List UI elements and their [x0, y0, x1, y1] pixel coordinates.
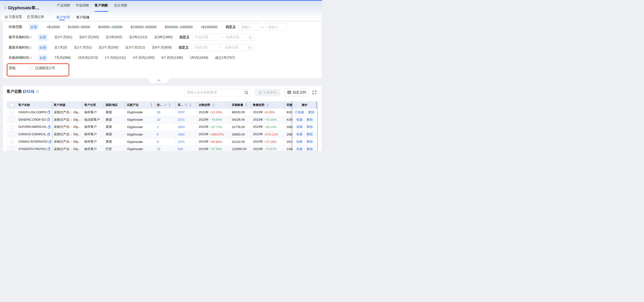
copy-icon[interactable] — [47, 133, 50, 136]
filter-custom-option[interactable]: 自定义 — [180, 35, 190, 40]
filter-option[interactable]: 近1年(452) — [106, 35, 122, 40]
tab-product-insight[interactable]: 产品洞察 — [57, 3, 70, 8]
purchase-count-link[interactable]: 1820 — [178, 125, 185, 129]
search-icon[interactable] — [244, 90, 248, 94]
filter-custom-option[interactable]: 自定义 — [226, 25, 236, 29]
purchase-count-link[interactable]: 1371 — [178, 140, 185, 144]
customer-name[interactable]: XINGFA USA CORPO — [18, 110, 46, 114]
filter-option[interactable]: 近6个月(659) — [152, 46, 172, 50]
filter-option[interactable]: $500000–1000000 — [165, 25, 193, 29]
delete-button[interactable]: 删除 — [307, 118, 313, 122]
customer-count[interactable]: 2416 — [24, 89, 33, 94]
customer-name[interactable]: CINMAX INTERNATIO — [18, 140, 48, 143]
copy-icon[interactable] — [48, 148, 50, 150]
search-input[interactable]: 请输入企业名称搜索 — [184, 89, 251, 96]
scheme-settings-button[interactable]: 方案设置 — [5, 15, 22, 19]
column-header-purchases[interactable]: 采... — [176, 101, 196, 109]
filter-option[interactable]: >$1000000 — [201, 25, 217, 29]
column-header-product[interactable]: 匹配产品 — [125, 101, 155, 109]
row-checkbox[interactable] — [10, 110, 14, 114]
filter-option[interactable]: 近3年(1880) — [154, 35, 172, 40]
filter-option[interactable]: 超过1年(767) — [215, 56, 234, 60]
supplier-count-link[interactable]: 9 — [157, 140, 158, 144]
tab-competitor-insight[interactable]: 竞企洞察 — [114, 3, 127, 8]
supplier-count-link[interactable]: 13 — [157, 147, 160, 151]
favorite-button[interactable]: 已收藏 — [295, 110, 304, 114]
delete-button[interactable]: 删除 — [307, 132, 313, 136]
tab-customer-insight[interactable]: 客户洞察 — [94, 3, 108, 8]
filter-option[interactable]: 15天内(1073) — [78, 56, 98, 60]
filter-collapse-notch[interactable] — [148, 78, 170, 84]
filter-logistics-label[interactable]: 过滤物流公司 — [35, 66, 55, 70]
copy-icon[interactable] — [47, 118, 50, 121]
purchase-count-link[interactable]: 1452 — [178, 132, 185, 136]
filter-option[interactable]: 近6个月(165) — [79, 35, 99, 40]
filter-option[interactable]: 近3个月(312) — [126, 46, 145, 50]
favorite-button[interactable]: 收藏 — [296, 140, 303, 144]
column-header-qty[interactable]: 采购数量 — [230, 101, 251, 109]
favorite-button[interactable]: 收藏 — [296, 147, 303, 151]
subtab-customer-management[interactable]: 客户管理 — [56, 15, 70, 20]
vertical-scrollbar[interactable] — [317, 109, 318, 151]
filter-option-all[interactable]: 全部 — [38, 54, 48, 61]
filter-option[interactable]: 近2年(1212) — [129, 35, 147, 40]
batch-delete-button[interactable]: 批量删除 — [255, 89, 280, 96]
subtab-customer-portrait[interactable]: 客户画像 — [76, 15, 90, 20]
delete-button[interactable]: 删除 — [307, 140, 313, 144]
supplier-count-link[interactable]: 16 — [157, 110, 160, 114]
delete-button[interactable]: 删除 — [307, 125, 313, 129]
back-icon[interactable] — [4, 6, 6, 10]
copy-icon[interactable] — [48, 110, 50, 114]
filter-option-all[interactable]: 全部 — [38, 34, 48, 40]
supplier-count-link[interactable]: 5 — [157, 132, 158, 136]
delete-button[interactable]: 删除 — [307, 147, 313, 151]
filter-option[interactable]: 近3个月(61) — [54, 35, 72, 40]
copy-icon[interactable] — [48, 140, 51, 143]
price-max-input[interactable]: 请输入 — [266, 24, 287, 30]
customer-name[interactable]: NUFARM AMERICAS, — [18, 125, 47, 128]
date-range-input[interactable]: 开始日期结束日期 — [192, 44, 254, 51]
customer-name[interactable]: CONSUS CHEMICAL — [18, 132, 46, 136]
row-checkbox[interactable] — [10, 132, 14, 136]
filter-option[interactable]: $100000–500000 — [131, 25, 157, 29]
filter-logistics-checkbox[interactable] — [30, 66, 33, 70]
filter-custom-option[interactable]: 自定义 — [179, 46, 189, 50]
filter-option[interactable]: 1年内(1649) — [190, 56, 208, 60]
select-all-checkbox[interactable] — [10, 103, 14, 107]
filter-option[interactable]: 6个月内(1395) — [162, 56, 183, 60]
customer-name[interactable]: GENERIC CROP SCI — [18, 118, 46, 121]
filter-option[interactable]: 7天内(996) — [54, 56, 71, 60]
customer-name[interactable]: SYNGENTA PROTEC — [18, 148, 46, 151]
supplier-count-link[interactable]: 2 — [157, 125, 158, 129]
filter-option[interactable]: 近2个月(200) — [99, 46, 118, 50]
favorite-button[interactable]: 收藏 — [296, 118, 303, 122]
price-min-input[interactable]: 请输入 — [239, 24, 260, 30]
filter-option[interactable]: 近1个月(51) — [74, 46, 92, 50]
row-checkbox[interactable] — [10, 147, 14, 151]
row-checkbox[interactable] — [10, 118, 14, 121]
favorite-button[interactable]: 收藏 — [296, 125, 303, 129]
custom-columns-button[interactable]: 自定义列 — [284, 89, 309, 96]
favorite-button[interactable]: 收藏 — [296, 132, 303, 136]
purchase-count-link[interactable]: 3797 — [178, 110, 185, 114]
purchase-count-link[interactable]: 2271 — [178, 118, 185, 121]
delete-button[interactable]: 删除 — [308, 110, 314, 114]
filter-option[interactable]: <$10000 — [46, 25, 60, 29]
filter-option[interactable]: 近7天(0) — [54, 46, 67, 50]
filter-option-all[interactable]: 全部 — [38, 44, 48, 51]
filter-option[interactable]: 3个月内(1265) — [133, 56, 154, 60]
column-header-suppliers[interactable]: 供... — [155, 101, 176, 109]
filter-option-all[interactable]: 全部 — [29, 24, 38, 30]
filter-option[interactable]: 1个月内(1131) — [105, 56, 126, 60]
copy-icon[interactable] — [48, 126, 50, 128]
trade-records-button[interactable]: 贸易记录 — [27, 15, 44, 19]
supplier-count-link[interactable]: 32 — [157, 118, 160, 121]
filter-option[interactable]: $10000–50000 — [68, 25, 90, 29]
row-checkbox[interactable] — [10, 125, 14, 129]
scrollbar-thumb[interactable] — [318, 109, 318, 151]
tab-market-insight[interactable]: 市场洞察 — [76, 3, 89, 8]
date-range-input[interactable]: 开始日期结束日期 — [192, 34, 254, 41]
fullscreen-icon[interactable] — [312, 90, 316, 94]
purchase-count-link[interactable]: 914 — [178, 147, 183, 151]
filter-option[interactable]: $50000–100000 — [98, 25, 122, 29]
